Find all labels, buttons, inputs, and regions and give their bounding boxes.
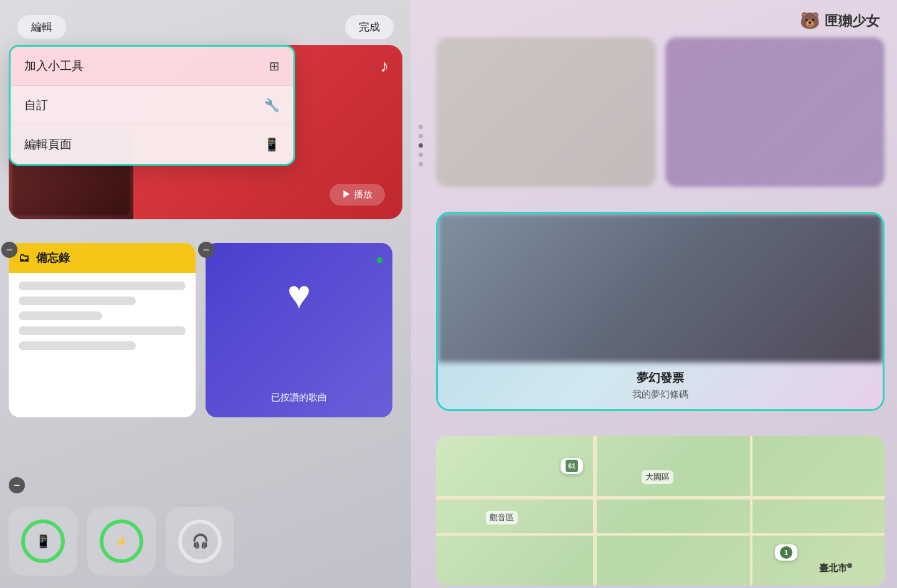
done-button[interactable]: 完成: [345, 15, 394, 39]
map-badge-1-circle: 1: [780, 546, 792, 559]
memo-line-5: [19, 341, 136, 350]
menu-label-add-widget: 加入小工具: [24, 58, 83, 74]
menu-item-edit-page[interactable]: 編輯頁面 📱: [11, 125, 293, 164]
page-dot-1: [419, 125, 423, 129]
minus-spotify-badge[interactable]: −: [198, 242, 214, 258]
memo-widget[interactable]: 🗂 備忘錄: [9, 243, 196, 417]
top-widget-2-inner: [665, 37, 885, 187]
memo-line-4: [19, 326, 186, 335]
top-widget-2: [665, 37, 885, 187]
map-road-horizontal-2: [436, 533, 885, 536]
map-road-vertical-1: [593, 436, 597, 586]
page-dot-5: [419, 162, 423, 166]
page-dot-3-active: [419, 143, 423, 148]
music-note-icon: ♪: [380, 56, 389, 76]
memo-line-1: [19, 282, 186, 290]
spotify-liked-label: 已按讚的歌曲: [271, 392, 327, 404]
menu-label-edit-page: 編輯頁面: [24, 136, 72, 153]
ticket-barcode-content: [438, 214, 883, 363]
spotify-widget[interactable]: ● ♥ 已按讚的歌曲: [206, 243, 392, 417]
spotify-heart-icon: ♥: [287, 272, 311, 318]
memo-line-3: [19, 311, 102, 320]
map-widget[interactable]: 大園區 觀音區 臺北市 61 1: [436, 436, 885, 586]
add-widget-icon: ⊞: [269, 59, 280, 74]
map-badge-1: 1: [775, 544, 797, 561]
map-label-guanyin: 觀音區: [486, 511, 518, 524]
earbuds-battery-ring: 🎧: [178, 519, 222, 563]
menu-label-customize: 自訂: [24, 97, 48, 113]
spotify-logo-icon: ●: [376, 252, 384, 268]
customize-icon: 🔧: [264, 98, 280, 113]
watermark: 🐻 匣獺少女: [800, 11, 880, 31]
right-panel: 🐻 匣獺少女 夢幻發票 我的夢幻條碼 大園區: [411, 0, 897, 588]
battery-widget-earbuds: 🎧: [166, 507, 234, 576]
menu-item-customize[interactable]: 自訂 🔧: [11, 86, 293, 125]
menu-item-add-widget[interactable]: 加入小工具 ⊞: [11, 47, 293, 86]
watch-battery-ring: ⚡: [100, 519, 143, 563]
page-dot-4: [419, 153, 423, 157]
page-dots: [419, 125, 423, 166]
map-inner: 大園區 觀音區 臺北市 61 1: [436, 436, 885, 586]
bottom-battery-bar: 📱 ⚡ 🎧: [9, 507, 402, 576]
charge-icon: ⚡: [115, 536, 128, 548]
earbuds-icon: 🎧: [192, 533, 209, 549]
play-button[interactable]: ▶ 播放: [330, 184, 385, 206]
memo-header: 🗂 備忘錄: [9, 243, 196, 273]
top-widgets-row: [436, 37, 885, 187]
map-city-taipei: 臺北市: [819, 562, 847, 574]
map-road-vertical-2: [750, 436, 752, 586]
watermark-text: 匣獺少女: [825, 12, 880, 31]
page-dot-2: [419, 134, 423, 138]
memo-title: 備忘錄: [36, 250, 70, 265]
watermark-avatar-icon: 🐻: [800, 11, 820, 31]
top-widget-1: [436, 37, 655, 187]
top-bar: 編輯 完成: [0, 15, 411, 39]
context-menu: 加入小工具 ⊞ 自訂 🔧 編輯頁面 📱: [9, 45, 295, 166]
phone-battery-ring: 📱: [21, 519, 65, 563]
map-badge-61-shield: 61: [566, 460, 578, 472]
edit-page-icon: 📱: [264, 137, 280, 152]
map-badge-61: 61: [561, 458, 583, 474]
ticket-title: 夢幻發票: [637, 363, 684, 389]
phone-icon: 📱: [36, 534, 51, 549]
map-road-horizontal-1: [436, 496, 885, 500]
bottom-minus-badge[interactable]: −: [9, 477, 25, 493]
ticket-widget[interactable]: 夢幻發票 我的夢幻條碼: [436, 212, 885, 411]
edit-button[interactable]: 編輯: [17, 15, 66, 39]
map-dot-taipei: [847, 563, 852, 568]
memo-line-2: [19, 296, 136, 305]
battery-widget-watch: ⚡: [87, 507, 156, 576]
left-panel: 編輯 完成 ♪ ▶ 播放 加入小工具 ⊞ 自訂 🔧 編輯頁面 📱 − − 🗂 備…: [0, 0, 411, 588]
battery-widget-phone: 📱: [9, 507, 77, 576]
memo-folder-icon: 🗂: [19, 252, 30, 265]
minus-memo-badge[interactable]: −: [1, 242, 17, 258]
memo-content: [9, 273, 196, 365]
top-widget-1-inner: [436, 37, 655, 187]
map-label-dayuan: 大園區: [642, 470, 673, 484]
ticket-subtitle: 我的夢幻條碼: [632, 389, 688, 409]
